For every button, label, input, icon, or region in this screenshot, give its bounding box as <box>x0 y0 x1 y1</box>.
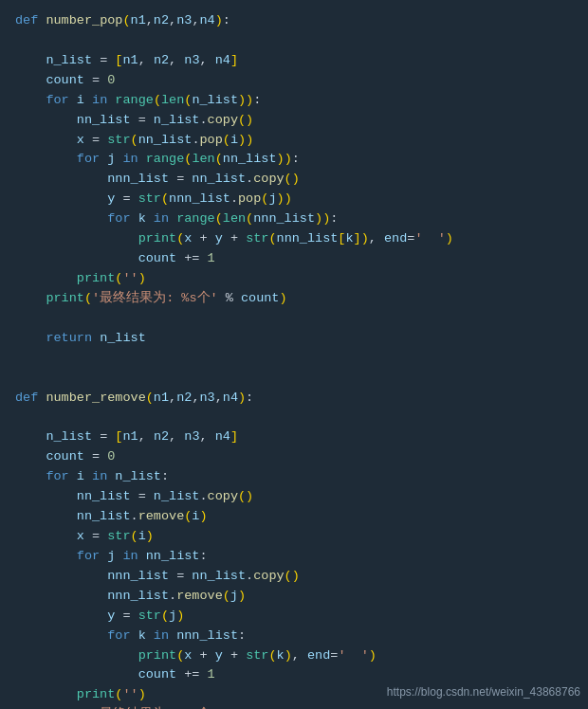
code-line-9: nnn_list = nn_list.copy() <box>15 170 573 190</box>
code-line-15: print('最终结果为: %s个' % count) <box>15 289 573 309</box>
code-line-3: n_list = [n1, n2, n3, n4] <box>15 51 573 71</box>
code-line-20: def number_remove(n1,n2,n3,n4): <box>15 389 573 409</box>
watermark: https://blog.csdn.net/weixin_43868766 <box>387 683 580 701</box>
code-line-13: count += 1 <box>15 249 573 269</box>
code-line-6: nn_list = n_list.copy() <box>15 111 573 131</box>
code-line-4: count = 0 <box>15 71 573 91</box>
code-line-26: nn_list.remove(i) <box>15 507 573 527</box>
code-line-31: y = str(j) <box>15 607 573 627</box>
code-line-32: for k in nnn_list: <box>15 627 573 646</box>
code-line-14: print('') <box>15 269 573 289</box>
code-line-8: for j in range(len(nn_list)): <box>15 150 573 170</box>
code-line-22: n_list = [n1, n2, n3, n4] <box>15 427 573 447</box>
code-line-24: for i in n_list: <box>15 467 573 487</box>
code-line-5: for i in range(len(n_list)): <box>15 91 573 111</box>
code-line-1: def number_pop(n1,n2,n3,n4): <box>15 11 573 31</box>
code-line-10: y = str(nnn_list.pop(j)) <box>15 190 573 209</box>
code-line-36: print('最终结果为: %s个' % count) <box>15 705 573 709</box>
code-line-25: nn_list = n_list.copy() <box>15 487 573 507</box>
code-line-29: nnn_list = nn_list.copy() <box>15 567 573 587</box>
code-line-12: print(x + y + str(nnn_list[k]), end=' ') <box>15 229 573 249</box>
code-line-23: count = 0 <box>15 447 573 467</box>
code-block: def number_pop(n1,n2,n3,n4): n_list = [n… <box>0 0 588 709</box>
code-line-34: count += 1 <box>15 665 573 685</box>
code-line-7: x = str(nn_list.pop(i)) <box>15 131 573 151</box>
code-line-27: x = str(i) <box>15 527 573 547</box>
code-line-28: for j in nn_list: <box>15 547 573 567</box>
code-line-17: return n_list <box>15 329 573 349</box>
code-line-33: print(x + y + str(k), end=' ') <box>15 646 573 666</box>
code-line-11: for k in range(len(nnn_list)): <box>15 209 573 229</box>
code-line-30: nnn_list.remove(j) <box>15 587 573 607</box>
